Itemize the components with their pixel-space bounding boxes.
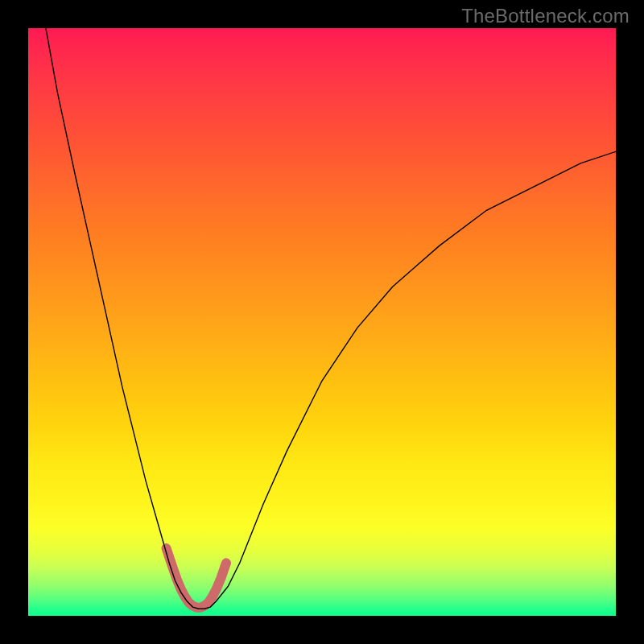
plot-area <box>28 28 616 616</box>
chart-frame: TheBottleneck.com <box>0 0 644 644</box>
valley-highlight <box>167 548 226 608</box>
bottleneck-curve <box>46 28 616 609</box>
chart-svg <box>28 28 616 616</box>
watermark-text: TheBottleneck.com <box>461 5 630 27</box>
